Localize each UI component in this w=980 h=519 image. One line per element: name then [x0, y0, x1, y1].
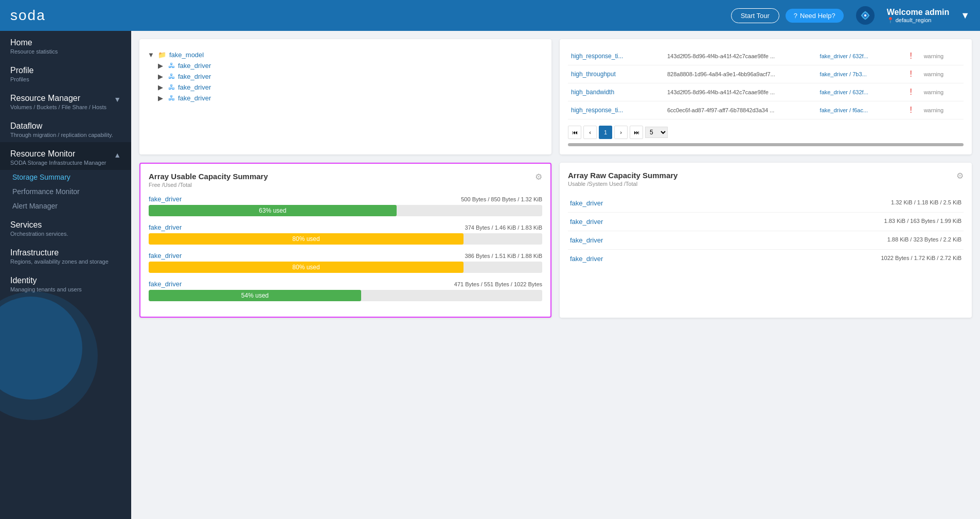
- alert-severity-label: warning: [921, 47, 964, 65]
- raw-capacity-rows: fake_driver 1.32 KiB / 1.18 KiB / 2.5 Ki…: [568, 194, 964, 268]
- capacity-row-label[interactable]: fake_driver: [149, 252, 182, 260]
- pagination-per-page[interactable]: 5 10 20: [645, 127, 668, 138]
- question-icon: ?: [794, 12, 797, 20]
- raw-capacity-card: ⚙ Array Raw Capacity Summary Usable /Sys…: [560, 163, 972, 318]
- progress-bar-bg: 63% used: [149, 205, 542, 216]
- alert-severity-label: warning: [921, 65, 964, 83]
- alert-severity-icon: !: [907, 47, 921, 65]
- tree-toggle-folder[interactable]: ▼: [148, 51, 155, 59]
- alert-id: 143d2f05-8d96-4f4b-a41f-42c7caae98fe ...: [664, 47, 817, 65]
- progress-bar-fill: 80% used: [149, 233, 464, 245]
- progress-bar-bg: 80% used: [149, 262, 542, 273]
- resource-manager-chevron: ▼: [114, 95, 121, 103]
- alert-severity-label: warning: [921, 101, 964, 119]
- alert-name[interactable]: high_response_ti...: [568, 47, 664, 65]
- sidebar-decoration: [0, 317, 131, 358]
- sidebar-item-profile[interactable]: Profile Profiles: [0, 59, 131, 86]
- raw-capacity-label[interactable]: fake_driver: [570, 218, 603, 226]
- tree-toggle-2[interactable]: ▶: [158, 73, 165, 80]
- tree-driver-label-2[interactable]: fake_driver: [178, 73, 211, 80]
- tree-model-label[interactable]: fake_model: [169, 51, 204, 59]
- capacity-row: fake_driver 386 Bytes / 1.51 KiB / 1.88 …: [149, 252, 542, 273]
- capacity-row-label[interactable]: fake_driver: [149, 195, 182, 203]
- tree-driver-4: ▶ 🖧 fake_driver: [158, 93, 543, 103]
- tree-toggle-1[interactable]: ▶: [158, 62, 165, 70]
- region-text: 📍 default_region: [887, 17, 950, 24]
- capacity-row-label[interactable]: fake_driver: [149, 280, 182, 288]
- progress-bar-bg: 54% used: [149, 290, 542, 301]
- alert-id: 6cc0ec6f-ad87-4f97-aff7-6b78842d3a34 ...: [664, 101, 817, 119]
- sidebar-item-infrastructure[interactable]: Infrastructure Regions, availability zon…: [0, 241, 131, 269]
- raw-capacity-values: 1022 Bytes / 1.72 KiB / 2.72 KiB: [881, 255, 961, 263]
- alert-severity-icon: !: [907, 65, 921, 83]
- capacity-row-values: 500 Bytes / 850 Bytes / 1.32 KiB: [461, 196, 542, 202]
- need-help-button[interactable]: ? Need Help?: [786, 9, 844, 23]
- db-icon-2: 🖧: [168, 73, 175, 80]
- alerts-card: high_response_ti... 143d2f05-8d96-4f4b-a…: [560, 39, 972, 154]
- welcome-text: Welcome admin 📍 default_region: [887, 8, 950, 24]
- start-tour-button[interactable]: Start Tour: [731, 8, 779, 23]
- raw-capacity-label[interactable]: fake_driver: [570, 255, 603, 263]
- progress-bar-fill: 80% used: [149, 262, 464, 273]
- capacity-row: fake_driver 374 Bytes / 1.46 KiB / 1.83 …: [149, 223, 542, 245]
- sidebar-sub-storage-summary[interactable]: Storage Summary: [0, 170, 131, 184]
- tree-driver-label-3[interactable]: fake_driver: [178, 83, 211, 91]
- raw-capacity-label[interactable]: fake_driver: [570, 236, 603, 244]
- progress-bar-fill: 54% used: [149, 290, 361, 301]
- pagination-next[interactable]: ›: [614, 126, 628, 139]
- pagination-page-1[interactable]: 1: [599, 126, 612, 139]
- tree-card: ▼ 📁 fake_model ▶ 🖧 fake_driver ▶ 🖧 fake_…: [139, 39, 551, 154]
- usable-capacity-subtitle: Free /Used /Total: [149, 182, 542, 188]
- alert-name[interactable]: high_throughput: [568, 65, 664, 83]
- tree-toggle-3[interactable]: ▶: [158, 83, 165, 91]
- tree-driver-label-4[interactable]: fake_driver: [178, 94, 211, 102]
- alert-id: 143d2f05-8d96-4f4b-a41f-42c7caae98fe ...: [664, 83, 817, 101]
- usable-capacity-rows: fake_driver 500 Bytes / 850 Bytes / 1.32…: [149, 195, 542, 301]
- resource-monitor-chevron: ▲: [114, 151, 121, 159]
- tree-toggle-4[interactable]: ▶: [158, 94, 165, 102]
- pagination-last[interactable]: ⏭: [630, 126, 643, 139]
- alert-table-row: high_response_ti... 143d2f05-8d96-4f4b-a…: [568, 47, 964, 65]
- tree-driver-2: ▶ 🖧 fake_driver: [158, 71, 543, 82]
- usable-capacity-settings-icon[interactable]: ⚙: [535, 172, 542, 182]
- location-icon: 📍: [887, 17, 894, 24]
- alert-driver[interactable]: fake_driver / 7b3...: [817, 65, 907, 83]
- tree-top-overflow: ▼ 📁 fake_model ▶ 🖧 fake_driver ▶ 🖧 fake_…: [148, 47, 543, 103]
- sidebar-item-resource-manager[interactable]: Resource Manager Volumes / Buckets / Fil…: [0, 86, 131, 114]
- alert-table-row: high_throughput 828a8808-1d96-4a84-a9e1-…: [568, 65, 964, 83]
- sidebar-item-services[interactable]: Services Orchestration services.: [0, 213, 131, 241]
- capacity-row-values: 374 Bytes / 1.46 KiB / 1.83 KiB: [465, 224, 542, 231]
- alert-name[interactable]: high_response_ti...: [568, 101, 664, 119]
- main-content: ▼ 📁 fake_model ▶ 🖧 fake_driver ▶ 🖧 fake_…: [131, 31, 980, 519]
- alert-driver[interactable]: fake_driver / f6ac...: [817, 101, 907, 119]
- raw-capacity-values: 1.88 KiB / 323 Bytes / 2.2 KiB: [887, 236, 961, 244]
- header: soda Start Tour ? Need Help? Welcome adm…: [0, 0, 980, 31]
- raw-capacity-settings-icon[interactable]: ⚙: [956, 171, 964, 181]
- pagination-first[interactable]: ⏮: [568, 126, 581, 139]
- tree-driver-label-1[interactable]: fake_driver: [178, 62, 211, 70]
- tree-fake-model: ▼ 📁 fake_model: [148, 49, 543, 60]
- alert-driver[interactable]: fake_driver / 632f...: [817, 47, 907, 65]
- pagination-prev[interactable]: ‹: [583, 126, 597, 139]
- sidebar-sub-alert-manager[interactable]: Alert Manager: [0, 199, 131, 213]
- user-menu-chevron[interactable]: ▼: [960, 10, 970, 21]
- raw-capacity-label[interactable]: fake_driver: [570, 199, 603, 207]
- capacity-row-values: 386 Bytes / 1.51 KiB / 1.88 KiB: [465, 253, 542, 259]
- alert-table-row: high_response_ti... 6cc0ec6f-ad87-4f97-a…: [568, 101, 964, 119]
- alerts-table: high_response_ti... 143d2f05-8d96-4f4b-a…: [568, 47, 964, 119]
- alert-name[interactable]: high_bandwidth: [568, 83, 664, 101]
- alert-driver[interactable]: fake_driver / 632f...: [817, 83, 907, 101]
- usable-capacity-card: ⚙ Array Usable Capacity Summary Free /Us…: [139, 163, 551, 318]
- sidebar-sub-performance-monitor[interactable]: Performance Monitor: [0, 184, 131, 199]
- capacity-row-label[interactable]: fake_driver: [149, 223, 182, 231]
- app-logo: soda: [10, 7, 46, 24]
- header-actions: Start Tour ? Need Help? Welcome admin 📍 …: [731, 6, 970, 25]
- pagination: ⏮ ‹ 1 › ⏭ 5 10 20: [568, 126, 964, 139]
- sidebar-item-resource-monitor[interactable]: Resource Monitor SODA Storage Infrastruc…: [0, 142, 131, 170]
- capacity-row-values: 471 Bytes / 551 Bytes / 1022 Bytes: [454, 281, 542, 287]
- sidebar-item-dataflow[interactable]: Dataflow Through migration / replication…: [0, 114, 131, 142]
- sidebar-item-home[interactable]: Home Resource statistics: [0, 31, 131, 59]
- tree-indent-1: ▶ 🖧 fake_driver ▶ 🖧 fake_driver ▶ 🖧 fake…: [158, 60, 543, 103]
- soda-foundation-logo: [856, 6, 875, 25]
- raw-capacity-title: Array Raw Capacity Summary: [568, 171, 964, 180]
